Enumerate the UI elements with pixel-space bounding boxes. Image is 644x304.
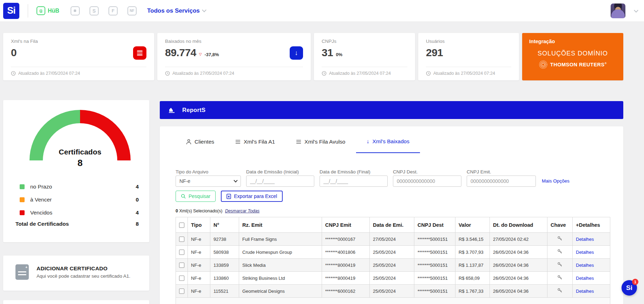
xml-table-body: NF-e92738Full Frame Signs*******00001672… — [176, 233, 610, 304]
list-icon — [296, 140, 301, 144]
cell-rz_emit: Crude Homespun Group — [239, 246, 322, 259]
card-title: Usuários — [426, 39, 511, 44]
tab-xmls-baixados[interactable]: ↓ Xml's Baixados — [356, 136, 420, 153]
tipo-arquivo-select[interactable]: NF-e — [176, 176, 241, 187]
cell-numero: 580938 — [210, 246, 239, 259]
hub-icon: ü — [37, 6, 45, 15]
key-icon[interactable] — [557, 275, 563, 280]
row-checkbox[interactable] — [179, 263, 184, 268]
app-dot-icon[interactable] — [71, 6, 80, 15]
hub-label: HüB — [48, 8, 59, 14]
person-icon — [186, 139, 191, 145]
desmarcar-todas-link[interactable]: Desmarcar Todas — [225, 209, 259, 213]
detalhes-link[interactable]: Detalhes — [576, 237, 594, 242]
cell-dt_download: 26/05/2024 04:36 — [490, 246, 547, 259]
card-updated: Atualizado às 27/05/2024 07:24 — [172, 71, 234, 76]
clock-icon — [426, 71, 431, 76]
app-f-icon[interactable]: F — [109, 6, 118, 15]
key-icon[interactable] — [557, 236, 563, 241]
page: Si ü HüB S F NF Todos os Serviços Xml's … — [0, 0, 644, 304]
exportar-excel-button[interactable]: Exportar para Excel — [221, 191, 283, 202]
cell-cnpj_dest: *******5000151 — [414, 259, 455, 272]
table-row: NF-e115521Geometrical Designs*******6000… — [176, 285, 610, 298]
row-checkbox[interactable] — [179, 289, 184, 294]
detalhes-link[interactable]: Detalhes — [576, 263, 594, 268]
app-s-icon[interactable]: S — [90, 6, 99, 15]
excel-file-icon — [226, 194, 231, 199]
divider — [28, 4, 28, 18]
cell-valor: R$ 1.137,87 — [455, 259, 490, 272]
tab-label: Clientes — [195, 139, 214, 145]
hub-link[interactable]: ü HüB — [37, 6, 59, 15]
clock-icon — [165, 71, 170, 76]
row-checkbox[interactable] — [179, 250, 184, 255]
cell-cnpj_emit: *******8000419 — [322, 259, 370, 272]
integration-banner[interactable]: Integração SOLUÇÕES DOMÍNIO THOMSON REUT… — [522, 33, 623, 80]
services-selector[interactable]: Todos os Serviços — [147, 7, 206, 14]
certificates-legend: no Prazo 4 à Vencer 0 Vencidos 4 — [20, 180, 139, 219]
tab-xmls-fila-avulso[interactable]: Xml's Fila Avulso — [285, 136, 356, 153]
solucoes-dominio-label: SOLUÇÕES DOMÍNIO — [529, 50, 616, 57]
pesquisar-button[interactable]: Pesquisar — [176, 191, 216, 202]
card-delta: -37,8% — [204, 52, 219, 57]
cell-cnpj_emit: *******8000419 — [322, 272, 370, 285]
row-checkbox[interactable] — [179, 276, 184, 281]
selection-summary: 0 Xml(s) Selecionado(s) Desmarcar Todas — [176, 209, 259, 213]
legend-label: no Prazo — [30, 184, 136, 190]
card-title: CNPJs — [322, 39, 407, 44]
clock-icon — [322, 71, 327, 76]
user-avatar[interactable] — [611, 4, 625, 18]
detalhes-link[interactable]: Detalhes — [576, 289, 594, 294]
legend-item: no Prazo 4 — [20, 180, 139, 193]
cell-detalhes: Detalhes — [573, 272, 610, 285]
select-all-checkbox[interactable] — [179, 223, 184, 228]
app-switcher: S F NF — [71, 6, 137, 15]
add-certificate-card[interactable]: + ADICIONAR CERTIFICADO Aqui você pode c… — [3, 256, 149, 291]
data-final-label: Data de Emissão (Final) — [320, 169, 370, 174]
data-final-input[interactable] — [320, 176, 388, 187]
cell-rz_emit: Slick Media — [239, 259, 322, 272]
add-certificate-subtitle: Aqui você pode cadastrar seu certificado… — [37, 273, 130, 279]
queue-menu-button[interactable] — [133, 46, 146, 60]
cell-valor: R$ 1.767,33 — [455, 285, 490, 298]
data-inicial-input[interactable] — [246, 176, 314, 187]
table-header-row: Tipo N° Rz. Emit CNPJ Emit Data de Emi. … — [176, 217, 610, 233]
card-cnpjs: CNPJs 31 0% Atualizado às 27/05/2024 07:… — [314, 33, 415, 80]
tab-xmls-fila-a1[interactable]: Xml's Fila A1 — [225, 136, 285, 153]
download-button[interactable]: ↓ — [290, 46, 303, 60]
card-title: Xml's na Fila — [11, 39, 146, 44]
gauge-title: Certificados — [29, 148, 131, 156]
header-dt-download: Dt. do Download — [490, 217, 547, 233]
header-cnpj-emit: CNPJ Emit — [322, 217, 370, 233]
detalhes-link[interactable]: Detalhes — [576, 250, 594, 255]
top-navbar: Si ü HüB S F NF Todos os Serviços — [0, 0, 644, 22]
card-title: Baixados no mês — [165, 39, 303, 44]
cell-rz_emit: Full Frame Signs — [239, 233, 322, 246]
card-value: 0 — [11, 47, 17, 59]
cnpj-dest-input[interactable] — [393, 176, 461, 187]
legend-swatch-green — [20, 184, 25, 189]
certificate-document-icon: + — [15, 264, 29, 280]
row-checkbox[interactable] — [179, 237, 184, 242]
si-chat-label: Si — [626, 284, 632, 292]
si-logo[interactable]: Si — [3, 3, 19, 19]
key-icon[interactable] — [557, 249, 563, 254]
cell-valor: R$ 3.546,15 — [455, 233, 490, 246]
detalhes-link[interactable]: Detalhes — [576, 276, 594, 281]
si-chat-button[interactable]: Si 1 — [622, 280, 637, 296]
cell-tipo: NF-e — [188, 272, 210, 285]
mais-opcoes-link[interactable]: Mais Opções — [542, 178, 570, 184]
cnpj-emit-input[interactable] — [467, 176, 536, 187]
certificates-gauge: Certificados 8 — [29, 110, 131, 160]
cell-dt_download: 26/05/2024 04:36 — [490, 272, 547, 285]
key-icon[interactable] — [557, 288, 563, 293]
cell-tipo: NF-e — [188, 246, 210, 259]
tab-clientes[interactable]: Clientes — [176, 136, 225, 153]
key-icon[interactable] — [557, 262, 563, 267]
gauge-value: 8 — [29, 158, 131, 168]
legend-value: 0 — [136, 197, 139, 203]
integration-title: Integração — [529, 39, 616, 44]
app-nf-icon[interactable]: NF — [127, 6, 137, 15]
profile-chevron-down-icon[interactable] — [634, 8, 638, 13]
cell-rz_emit: Striking Business Ltd — [239, 272, 322, 285]
